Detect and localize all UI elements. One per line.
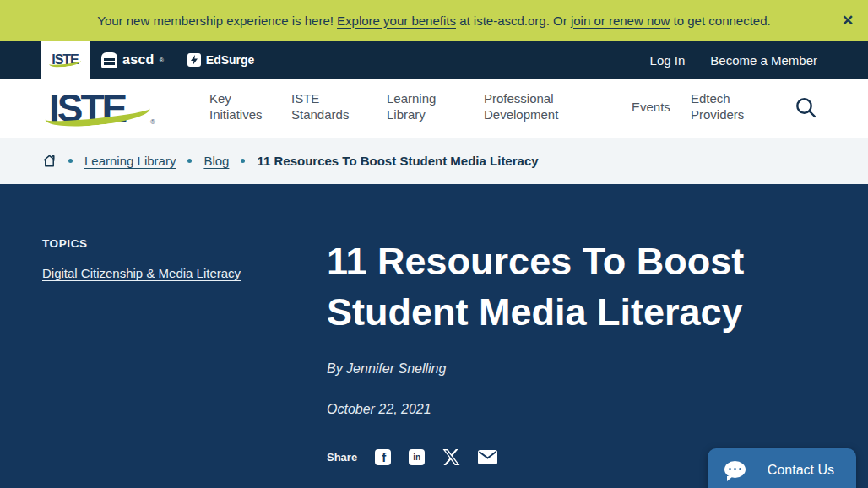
- banner-message: Your new membership experience is here! …: [97, 14, 770, 28]
- x-twitter-share-icon[interactable]: [442, 449, 460, 465]
- share-row: Share f in: [327, 449, 497, 465]
- share-label: Share: [327, 451, 357, 464]
- iste-logo[interactable]: ISTE ®: [49, 86, 149, 131]
- nav-item-events[interactable]: Events: [632, 99, 670, 115]
- nav-item-professional-development[interactable]: Professional Development: [484, 90, 575, 122]
- iste-home-tab[interactable]: ISTE: [41, 41, 90, 79]
- banner-close-icon[interactable]: ✕: [838, 10, 858, 30]
- log-in-link[interactable]: Log In: [650, 53, 686, 68]
- main-nav: ISTE ® Key Initiatives ISTE Standards Le…: [0, 79, 868, 138]
- chat-bubble-icon: [724, 461, 746, 480]
- article-date: October 22, 2021: [327, 402, 431, 417]
- home-icon[interactable]: [42, 154, 57, 168]
- join-renew-link[interactable]: join or renew now: [571, 14, 670, 28]
- article-title: 11 Resources To Boost Student Media Lite…: [327, 236, 800, 338]
- search-icon[interactable]: [792, 94, 819, 121]
- banner-text-prefix: Your new membership experience is here!: [97, 14, 337, 28]
- topic-link-digital-citizenship[interactable]: Digital Citizenship & Media Literacy: [42, 266, 241, 280]
- edsurge-label: EdSurge: [206, 53, 255, 67]
- become-member-link[interactable]: Become a Member: [710, 53, 817, 68]
- contact-us-label: Contact Us: [768, 463, 834, 478]
- ascd-label: ascd: [122, 52, 155, 68]
- nav-item-learning-library[interactable]: Learning Library: [387, 90, 451, 122]
- breadcrumb-separator: [241, 159, 245, 163]
- breadcrumb-separator: [187, 159, 192, 163]
- ascd-registered-mark: ®: [160, 57, 164, 63]
- breadcrumb-current-page: 11 Resources To Boost Student Media Lite…: [257, 154, 538, 168]
- page: Your new membership experience is here! …: [0, 0, 868, 488]
- edsurge-brand-link[interactable]: EdSurge: [187, 53, 255, 67]
- nav-item-key-initiatives[interactable]: Key Initiatives: [209, 90, 272, 122]
- breadcrumb-blog[interactable]: Blog: [203, 154, 229, 168]
- email-share-icon[interactable]: [478, 450, 497, 464]
- breadcrumb: Learning Library Blog 11 Resources To Bo…: [0, 138, 868, 184]
- utility-bar: ISTE ascd ® EdSurge Log In Become a Memb…: [0, 41, 868, 79]
- utility-actions: Log In Become a Member: [650, 53, 817, 68]
- ascd-icon: [101, 52, 117, 68]
- breadcrumb-separator: [68, 159, 73, 163]
- membership-banner: Your new membership experience is here! …: [0, 0, 868, 41]
- nav-item-edtech-providers[interactable]: Edtech Providers: [691, 90, 753, 122]
- ascd-brand-link[interactable]: ascd ®: [101, 52, 164, 68]
- explore-benefits-link[interactable]: Explore your benefits: [337, 14, 456, 28]
- article-byline: By Jennifer Snelling: [327, 361, 446, 377]
- topics-heading: TOPICS: [42, 237, 88, 250]
- contact-us-button[interactable]: Contact Us: [708, 448, 856, 488]
- article-hero: TOPICS Digital Citizenship & Media Liter…: [0, 184, 868, 488]
- linkedin-share-icon[interactable]: in: [409, 449, 425, 465]
- breadcrumb-learning-library[interactable]: Learning Library: [84, 154, 176, 168]
- facebook-share-icon[interactable]: f: [375, 449, 391, 465]
- edsurge-bolt-icon: [187, 53, 201, 67]
- banner-text-suffix: to get connected.: [670, 14, 770, 28]
- iste-registered-mark: ®: [150, 118, 155, 126]
- iste-logo-small: ISTE: [52, 53, 79, 67]
- nav-item-iste-standards[interactable]: ISTE Standards: [291, 90, 361, 122]
- banner-text-mid: at iste-ascd.org. Or: [456, 14, 571, 28]
